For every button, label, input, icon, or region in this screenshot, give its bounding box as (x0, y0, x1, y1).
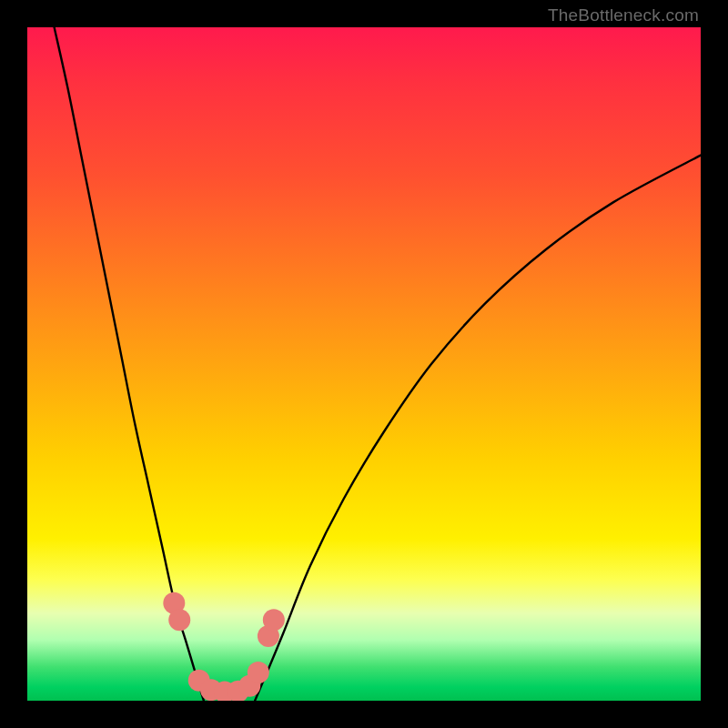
chart-svg (27, 27, 701, 701)
plot-area (27, 27, 701, 701)
watermark-text: TheBottleneck.com (548, 5, 699, 25)
markers-group (163, 592, 285, 701)
curves-group (55, 27, 701, 701)
marker-dot (168, 609, 190, 631)
curve-curve-right (255, 156, 701, 701)
marker-dot (263, 609, 285, 631)
marker-dot (248, 662, 269, 683)
